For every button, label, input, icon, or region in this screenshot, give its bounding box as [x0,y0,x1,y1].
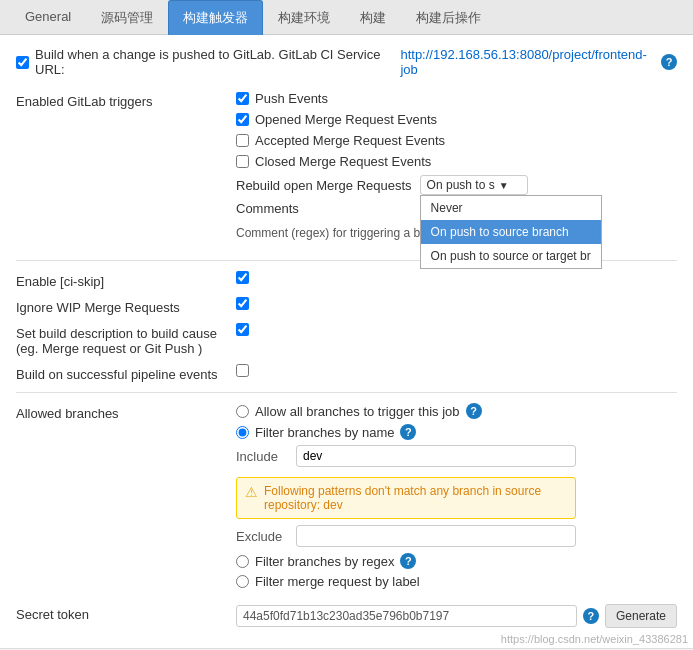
gitlab-triggers-content: Push Events Opened Merge Request Events … [236,91,576,250]
set-build-desc-section: Set build description to build cause (eg… [16,323,677,356]
set-build-desc-content [236,323,249,356]
comment-regex-label: Comment (regex) for triggering a build [236,226,439,240]
top-checkbox-row: Build when a change is pushed to GitLab.… [16,47,677,77]
divider-2 [16,392,677,393]
allow-all-radio[interactable] [236,405,249,418]
exclude-label: Exclude [236,529,296,544]
rebuild-dropdown-value: On push to s [427,178,495,192]
main-content: Build when a change is pushed to GitLab.… [0,35,693,648]
secret-token-input[interactable] [236,605,577,627]
accepted-merge-checkbox[interactable] [236,134,249,147]
closed-merge-checkbox[interactable] [236,155,249,168]
push-events-row: Push Events [236,91,576,106]
filter-by-regex-radio[interactable] [236,555,249,568]
ignore-wip-checkbox[interactable] [236,297,249,310]
ignore-wip-content [236,297,249,315]
closed-merge-row: Closed Merge Request Events [236,154,576,169]
secret-token-label: Secret token [16,604,236,628]
allow-all-help-icon[interactable]: ? [466,403,482,419]
opened-merge-checkbox[interactable] [236,113,249,126]
tab-general[interactable]: General [10,0,86,35]
rebuild-dropdown-arrow: ▼ [499,180,509,191]
ci-skip-section: Enable [ci-skip] [16,271,677,289]
comments-label: Comments [236,201,299,216]
build-pipeline-label: Build on successful pipeline events [16,364,236,382]
allow-all-label: Allow all branches to trigger this job [255,404,460,419]
rebuild-option-source[interactable]: On push to source branch [421,220,601,244]
top-checkbox[interactable] [16,56,29,69]
opened-merge-row: Opened Merge Request Events [236,112,576,127]
branch-warning-box: ⚠ Following patterns don't match any bra… [236,477,576,519]
exclude-input[interactable] [296,525,576,547]
tab-build-trigger[interactable]: 构建触发器 [168,0,263,35]
set-build-desc-label: Set build description to build cause (eg… [16,323,236,356]
rebuild-option-never[interactable]: Never [421,196,601,220]
include-label: Include [236,449,296,464]
filter-by-name-radio[interactable] [236,426,249,439]
warning-text: Following patterns don't match any branc… [264,484,567,512]
exclude-row: Exclude [236,525,576,547]
filter-by-label-radio[interactable] [236,575,249,588]
ci-skip-checkbox[interactable] [236,271,249,284]
gitlab-url-link[interactable]: http://192.168.56.13:8080/project/fronte… [400,47,655,77]
tab-bar: General 源码管理 构建触发器 构建环境 构建 构建后操作 [0,0,693,35]
tab-build-env[interactable]: 构建环境 [263,0,345,35]
allow-all-branches-row: Allow all branches to trigger this job ? [236,403,576,419]
filter-by-regex-row: Filter branches by regex ? [236,553,576,569]
watermark: https://blog.csdn.net/weixin_43386281 [501,633,688,645]
rebuild-dropdown[interactable]: On push to s ▼ [420,175,528,195]
filter-by-label-row: Filter merge request by label [236,574,576,589]
allowed-branches-content: Allow all branches to trigger this job ?… [236,403,576,594]
warning-icon: ⚠ [245,484,258,500]
ignore-wip-label: Ignore WIP Merge Requests [16,297,236,315]
top-help-icon[interactable]: ? [661,54,677,70]
ignore-wip-section: Ignore WIP Merge Requests [16,297,677,315]
tab-post-build[interactable]: 构建后操作 [401,0,496,35]
gitlab-triggers-label: Enabled GitLab triggers [16,91,236,250]
allowed-branches-section: Allowed branches Allow all branches to t… [16,403,677,594]
rebuild-open-label: Rebuild open Merge Requests [236,178,412,193]
rebuild-dropdown-wrapper: On push to s ▼ Never On push to source b… [420,175,528,195]
accepted-merge-row: Accepted Merge Request Events [236,133,576,148]
accepted-merge-label: Accepted Merge Request Events [255,133,445,148]
include-input[interactable] [296,445,576,467]
rebuild-dropdown-popup: Never On push to source branch On push t… [420,195,602,269]
secret-token-content: ? Generate [236,604,677,628]
build-pipeline-checkbox[interactable] [236,364,249,377]
filter-by-name-label: Filter branches by name [255,425,394,440]
build-pipeline-section: Build on successful pipeline events [16,364,677,382]
ci-skip-label: Enable [ci-skip] [16,271,236,289]
secret-help-icon[interactable]: ? [583,608,599,624]
opened-merge-label: Opened Merge Request Events [255,112,437,127]
filter-by-regex-label: Filter branches by regex [255,554,394,569]
top-checkbox-label: Build when a change is pushed to GitLab.… [35,47,400,77]
build-pipeline-content [236,364,249,382]
allowed-branches-label: Allowed branches [16,403,236,594]
push-events-checkbox[interactable] [236,92,249,105]
gitlab-triggers-section: Enabled GitLab triggers Push Events Open… [16,91,677,250]
ci-skip-content [236,271,249,289]
push-events-label: Push Events [255,91,328,106]
rebuild-open-row: Rebuild open Merge Requests On push to s… [236,175,576,195]
closed-merge-label: Closed Merge Request Events [255,154,431,169]
rebuild-option-source-target[interactable]: On push to source or target br [421,244,601,268]
tab-build[interactable]: 构建 [345,0,401,35]
filter-by-name-row: Filter branches by name ? [236,424,576,440]
generate-button[interactable]: Generate [605,604,677,628]
tab-source[interactable]: 源码管理 [86,0,168,35]
secret-token-section: Secret token ? Generate [16,604,677,628]
set-build-desc-checkbox[interactable] [236,323,249,336]
filter-name-help-icon[interactable]: ? [400,424,416,440]
regex-help-icon[interactable]: ? [400,553,416,569]
include-row: Include [236,445,576,467]
filter-by-label-label: Filter merge request by label [255,574,420,589]
